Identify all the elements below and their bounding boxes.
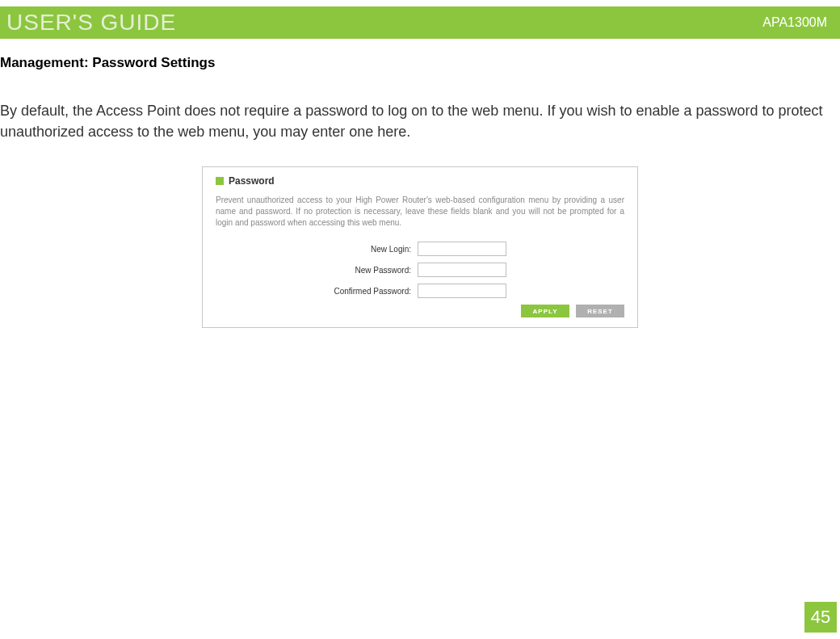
label-new-login: New Login: xyxy=(216,245,418,254)
input-confirm-password[interactable] xyxy=(418,284,506,298)
input-new-password[interactable] xyxy=(418,263,506,277)
square-icon xyxy=(216,177,224,185)
panel-header: Password xyxy=(216,175,624,187)
panel-description: Prevent unauthorized access to your High… xyxy=(216,195,624,229)
header-model-right: APA1300M xyxy=(762,15,827,30)
header-bar: USER'S GUIDE APA1300M xyxy=(0,0,840,39)
buttons-row: APPLY RESET xyxy=(216,305,624,317)
page-title: Management: Password Settings xyxy=(0,55,840,71)
panel-wrapper: Password Prevent unauthorized access to … xyxy=(0,166,840,328)
page-number: 45 xyxy=(811,607,830,628)
panel-header-title: Password xyxy=(229,175,275,187)
content: Management: Password Settings By default… xyxy=(0,39,840,328)
form-row-confirm-password: Confirmed Password: xyxy=(216,284,624,298)
form-row-new-login: New Login: xyxy=(216,242,624,256)
apply-button[interactable]: APPLY xyxy=(521,305,569,317)
page-number-box: 45 xyxy=(804,602,837,633)
label-confirm-password: Confirmed Password: xyxy=(216,287,418,296)
form-row-new-password: New Password: xyxy=(216,263,624,277)
reset-button[interactable]: RESET xyxy=(576,305,624,317)
password-panel: Password Prevent unauthorized access to … xyxy=(202,166,638,328)
page-description: By default, the Access Point does not re… xyxy=(0,100,840,142)
label-new-password: New Password: xyxy=(216,266,418,275)
header-title-left: USER'S GUIDE xyxy=(6,10,176,36)
input-new-login[interactable] xyxy=(418,242,506,256)
